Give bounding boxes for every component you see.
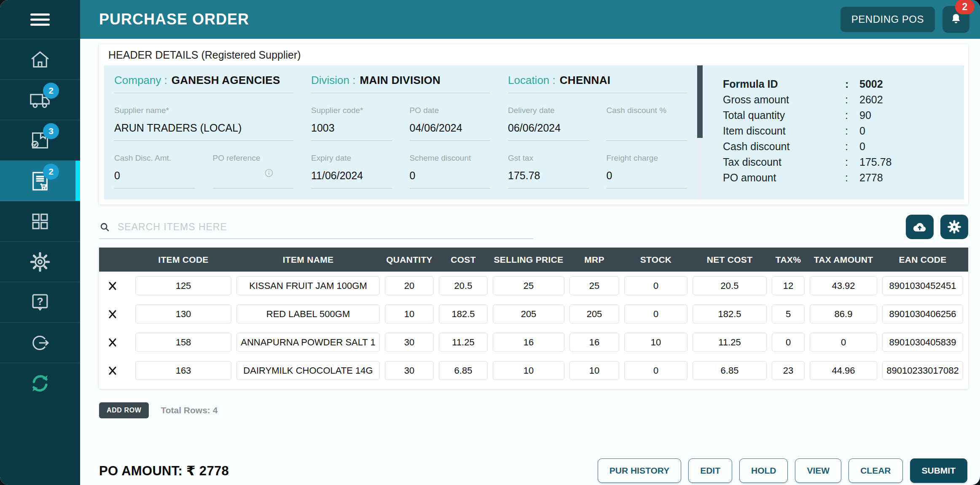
ean-code-input[interactable] (882, 333, 963, 352)
po-date-field[interactable]: PO date 04/06/2024 (410, 106, 491, 141)
mrp-input[interactable] (569, 333, 619, 352)
quantity-input[interactable] (385, 304, 434, 323)
tax-pct-input[interactable] (772, 276, 805, 295)
quantity-input[interactable] (385, 333, 434, 352)
table-row (99, 328, 968, 356)
expiry-date-field[interactable]: Expiry date 11/06/2024 (311, 154, 392, 189)
edit-button[interactable]: EDIT (688, 458, 732, 483)
tax-amount-input[interactable] (810, 304, 877, 323)
quantity-input[interactable] (385, 361, 434, 380)
clear-button[interactable]: CLEAR (848, 458, 902, 483)
stock-input[interactable] (624, 276, 687, 295)
delete-row-button[interactable] (104, 362, 121, 379)
net-cost-input[interactable] (693, 361, 767, 380)
mrp-input[interactable] (569, 276, 619, 295)
tax-pct-input[interactable] (772, 361, 805, 380)
submit-button[interactable]: SUBMIT (910, 458, 968, 483)
gst-tax-field[interactable]: Gst tax 175.78 (508, 154, 589, 189)
item-code-input[interactable] (135, 276, 231, 295)
summary-row: Item discount : 0 (723, 123, 959, 139)
sidebar-item-purchase-order[interactable]: 2 (0, 161, 80, 201)
stock-input[interactable] (624, 361, 687, 380)
freight-charge-field[interactable]: Freight charge 0 (607, 154, 687, 189)
location-group: Location : CHENNAI (508, 74, 687, 93)
sidebar-item-home[interactable] (0, 39, 80, 80)
pending-pos-button[interactable]: PENDING POS (840, 7, 935, 32)
sidebar-item-sync[interactable] (0, 363, 80, 403)
supplier-name-field[interactable]: Supplier name* ARUN TRADERS (LOCAL) (114, 106, 293, 141)
item-name-input[interactable] (236, 361, 380, 380)
item-name-input[interactable] (236, 304, 380, 323)
sidebar-item-grn[interactable]: 3 (0, 120, 80, 161)
delete-row-button[interactable] (104, 334, 121, 351)
form-scrollbar-thumb[interactable] (697, 65, 703, 138)
po-amount-total: PO AMOUNT: ₹ 2778 (99, 463, 229, 479)
search-input[interactable] (117, 221, 533, 233)
company-value: GANESH AGENCIES (172, 74, 280, 87)
hamburger-menu-button[interactable] (0, 0, 80, 39)
info-icon[interactable] (264, 168, 274, 178)
selling-price-input[interactable] (493, 361, 564, 380)
cost-input[interactable] (439, 361, 488, 380)
view-button[interactable]: VIEW (795, 458, 841, 483)
delivery-date-field[interactable]: Delivery date 06/06/2024 (508, 106, 589, 141)
sidebar-item-logout[interactable] (0, 323, 80, 363)
net-cost-input[interactable] (693, 304, 767, 323)
col-cost: COST (439, 255, 488, 265)
delete-row-button[interactable] (104, 278, 121, 294)
item-name-input[interactable] (236, 333, 380, 352)
po-reference-field[interactable]: PO reference (213, 154, 294, 189)
net-cost-input[interactable] (693, 276, 767, 295)
selling-price-input[interactable] (493, 276, 564, 295)
tax-amount-input[interactable] (810, 361, 877, 380)
ean-code-input[interactable] (882, 304, 963, 323)
pur-history-button[interactable]: PUR HISTORY (598, 458, 681, 483)
col-net-cost: NET COST (693, 255, 767, 265)
tax-pct-input[interactable] (772, 304, 805, 323)
cloud-upload-icon (911, 218, 928, 235)
cost-input[interactable] (439, 333, 488, 352)
tax-amount-input[interactable] (810, 276, 877, 295)
hamburger-icon (30, 13, 50, 26)
deliveries-badge: 2 (43, 83, 59, 99)
cost-input[interactable] (439, 276, 488, 295)
notifications-button[interactable]: 2 (942, 6, 969, 33)
tax-amount-input[interactable] (810, 333, 877, 352)
mrp-input[interactable] (569, 361, 619, 380)
scheme-discount-field[interactable]: Scheme discount 0 (410, 154, 491, 189)
add-row-button[interactable]: ADD ROW (99, 402, 149, 418)
table-settings-button[interactable] (940, 215, 968, 239)
selling-price-input[interactable] (493, 304, 564, 323)
sidebar-item-modules[interactable] (0, 201, 80, 242)
mrp-input[interactable] (569, 304, 619, 323)
sidebar-item-help[interactable]: ? (0, 282, 80, 323)
item-code-input[interactable] (135, 304, 231, 323)
ean-code-input[interactable] (882, 276, 963, 295)
item-name-input[interactable] (236, 276, 380, 295)
stock-input[interactable] (624, 333, 687, 352)
tax-pct-input[interactable] (772, 333, 805, 352)
ean-code-input[interactable] (882, 361, 963, 380)
cost-input[interactable] (439, 304, 488, 323)
add-row-line: ADD ROW Total Rows: 4 (99, 402, 968, 418)
delete-row-button[interactable] (104, 306, 121, 323)
item-code-input[interactable] (135, 333, 231, 352)
table-header-row: ITEM CODE ITEM NAME QUANTITY COST SELLIN… (99, 248, 968, 272)
package-check-icon: 3 (28, 128, 52, 153)
upload-button[interactable] (906, 215, 934, 239)
quantity-input[interactable] (385, 276, 434, 295)
form-scrollbar[interactable] (697, 65, 703, 199)
gear-icon (946, 219, 962, 235)
summary-row: Total quantity : 90 (723, 108, 959, 123)
logout-icon (28, 331, 52, 355)
supplier-code-field[interactable]: Supplier code* 1003 (311, 106, 392, 141)
item-code-input[interactable] (135, 361, 231, 380)
selling-price-input[interactable] (493, 333, 564, 352)
cash-discount-pct-field[interactable]: Cash discount % (607, 106, 687, 141)
stock-input[interactable] (624, 304, 687, 323)
cash-disc-amt-field[interactable]: Cash Disc. Amt. 0 (114, 154, 195, 189)
hold-button[interactable]: HOLD (739, 458, 788, 483)
sidebar-item-settings[interactable] (0, 242, 80, 282)
net-cost-input[interactable] (693, 333, 767, 352)
sidebar-item-deliveries[interactable]: 2 (0, 80, 80, 120)
